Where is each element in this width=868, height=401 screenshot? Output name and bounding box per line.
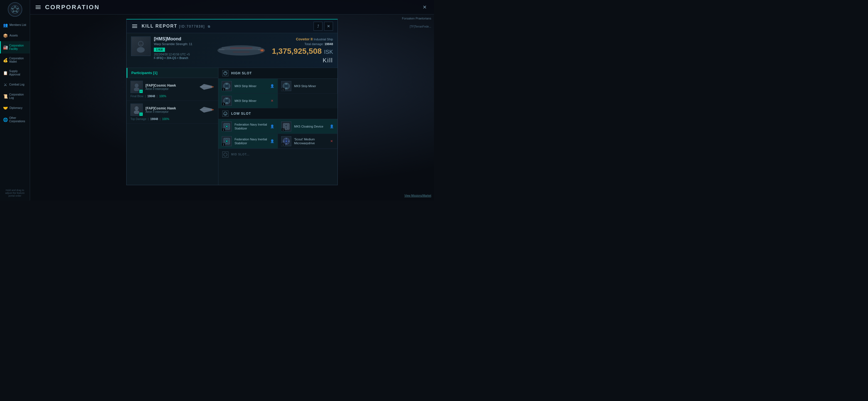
slot-item-hs1[interactable]: 1 MK9 Strip Miner 👤 xyxy=(218,79,278,93)
svg-rect-40 xyxy=(226,103,228,103)
ship-class-type: Industrial Ship xyxy=(313,37,333,41)
participant-stats-2: Top Damage | 19848 | 100% xyxy=(130,117,214,121)
sidebar-label-members: Members List xyxy=(9,23,26,27)
victim-warp-scramble: Warp Scramble Strength: 11 xyxy=(154,42,211,46)
hamburger-menu[interactable] xyxy=(34,4,42,10)
sidebar-label-combat: Combat Log xyxy=(9,83,24,86)
modal-header: KILL REPORT [ID:7077838] ⧉ ⤴ ✕ xyxy=(127,20,338,33)
svg-point-58 xyxy=(224,153,227,156)
participant-ship-1: Atron II Interceptor xyxy=(146,87,195,90)
combat-icon: ⚔ xyxy=(3,82,7,87)
assets-icon: 📦 xyxy=(3,33,8,38)
participant-ship-img-1 xyxy=(197,82,214,92)
slot-item-ls4[interactable]: 1 'Scout' Medium Microwarpdrive ✕ xyxy=(278,134,338,149)
slot-name-ls4: 'Scout' Medium Microwarpdrive xyxy=(294,137,327,145)
slot-name-hs1: MK9 Strip Miner xyxy=(235,84,267,88)
facility-icon: 🏭 xyxy=(3,45,7,50)
participant-ship-img-2 xyxy=(197,105,214,115)
modal-close-button[interactable]: ✕ xyxy=(324,22,333,31)
high-slot-icon xyxy=(222,70,228,76)
victim-avatar-image xyxy=(132,37,150,55)
sidebar-item-diplomacy[interactable]: 🤝 Diplomacy xyxy=(0,103,30,113)
low-slot-label: Low Slot xyxy=(231,112,251,116)
sidebar-item-supply-approval[interactable]: 📋 Supply Approval xyxy=(0,67,30,79)
ship-class: Covetor II Industrial Ship xyxy=(296,37,333,41)
slot-action-ls2[interactable]: 👤 xyxy=(330,124,334,128)
sidebar-label-assets: Assets xyxy=(9,34,18,37)
mid-slot-scroll-hint: Mid Slot... xyxy=(231,153,250,156)
participant-info-2: [FAP]Cosmic Hawk Atron II Interceptor xyxy=(146,106,195,113)
mid-slot-icon xyxy=(222,151,228,157)
participant-name-1: [FAP]Cosmic Hawk xyxy=(146,84,195,87)
participants-header: Participants [1] xyxy=(127,68,218,78)
members-icon: 👥 xyxy=(3,23,8,27)
sidebar-item-corporation-wallet[interactable]: 💰 Corporation Wallet xyxy=(0,54,30,66)
sidebar-item-corporation-log[interactable]: 📜 Corporation Log xyxy=(0,90,30,103)
slot-action-hs3[interactable]: ✕ xyxy=(270,98,274,103)
participant-card-2[interactable]: + [FAP]Cosmic Hawk Atron II Interceptor xyxy=(127,101,218,124)
bottom-hint: Hold and drag to adjust the feature port… xyxy=(0,185,30,200)
more-slots-hint: Mid Slot... xyxy=(218,149,338,160)
slot-item-ls1[interactable]: 1 Federation Navy Inertial Stabilizer 👤 xyxy=(218,119,278,134)
svg-point-3 xyxy=(137,47,145,53)
sidebar-label-corp-log: Corporation Log xyxy=(9,93,28,100)
slot-action-ls1[interactable]: 👤 xyxy=(270,124,274,128)
participant-card-1[interactable]: + [FAP]Cosmic Hawk Atron II Interceptor xyxy=(127,78,218,101)
modal-export-button[interactable]: ⤴ xyxy=(313,22,322,31)
sidebar-item-members-list[interactable]: 👥 Members List xyxy=(0,20,30,30)
slot-item-ls2[interactable]: 1 MK5 Cloaking Device 👤 xyxy=(278,119,338,134)
svg-point-0 xyxy=(11,6,19,13)
svg-point-30 xyxy=(225,84,229,88)
participant-badge-1: + xyxy=(139,89,143,93)
svg-rect-35 xyxy=(285,84,287,84)
svg-marker-1 xyxy=(12,6,18,12)
participant-stats-1: Final Blow | 19848 | 100% xyxy=(130,95,214,98)
slot-name-ls1: Federation Navy Inertial Stabilizer xyxy=(235,122,267,131)
slot-icon-hs2: 1 xyxy=(281,81,291,91)
slot-icon-ls1: 1 xyxy=(222,121,232,132)
other-corp-icon: 🌐 xyxy=(3,117,7,122)
svg-point-34 xyxy=(284,84,288,88)
slot-action-ls4[interactable]: ✕ xyxy=(330,139,334,143)
kill-victim: [HMS]Moond Warp Scramble Strength: 11 1 … xyxy=(131,36,211,64)
victim-avatar xyxy=(131,36,151,56)
stat-pct-2: 100% xyxy=(162,117,169,121)
modal-overlay: KILL REPORT [ID:7077838] ⧉ ⤴ ✕ xyxy=(30,15,434,200)
kill-type: Kill xyxy=(323,57,333,64)
svg-point-50 xyxy=(226,140,227,142)
svg-point-24 xyxy=(137,108,138,109)
topbar-right: ✕ xyxy=(420,2,430,12)
slot-action-ls3[interactable]: 👤 xyxy=(270,139,274,143)
modal-menu-button[interactable] xyxy=(131,23,138,29)
slot-item-hs2[interactable]: 1 MK9 Strip Miner xyxy=(278,79,338,93)
participant-badge-2: + xyxy=(139,112,143,116)
slot-action-hs1[interactable]: 👤 xyxy=(270,84,274,88)
corp-title: CORPORATION xyxy=(45,4,100,11)
svg-marker-25 xyxy=(200,107,212,113)
sidebar-item-other-corporations[interactable]: 🌐 Other Corporations xyxy=(0,114,30,126)
svg-rect-39 xyxy=(226,98,228,99)
slot-qty-ls2: 1 xyxy=(282,128,285,131)
victim-name: [HMS]Moond xyxy=(154,36,211,41)
stat-pct-1: 100% xyxy=(159,95,166,98)
app-close-button[interactable]: ✕ xyxy=(420,2,430,12)
sidebar-item-assets[interactable]: 📦 Assets xyxy=(0,31,30,41)
svg-point-17 xyxy=(134,87,140,91)
mid-slot-hint: Mid Slot... xyxy=(222,151,250,157)
sidebar-item-corporation-facility[interactable]: 🏭 Corporation Facility xyxy=(0,41,30,54)
svg-marker-18 xyxy=(200,84,212,90)
sidebar-item-combat-log[interactable]: ⚔ Combat Log xyxy=(0,80,30,90)
modal-title: KILL REPORT [ID:7077838] ⧉ xyxy=(142,24,211,29)
kill-timestamp: 2022/04/30 12:43:56 UTC +5 xyxy=(154,53,211,56)
slot-qty-ls1: 1 xyxy=(222,128,225,131)
stat-damage-1: 19848 xyxy=(148,95,155,98)
ship-display xyxy=(211,36,272,64)
slot-icon-ls2: 1 xyxy=(281,121,291,132)
isk-label: ISK xyxy=(324,49,333,55)
svg-rect-9 xyxy=(219,49,224,50)
slot-qty-hs2: 1 xyxy=(282,88,285,91)
low-slot-header: Low Slot xyxy=(218,108,338,119)
stat-label-2: Top Damage xyxy=(130,117,146,121)
slot-item-hs3[interactable]: 1 MK9 Strip Miner ✕ xyxy=(218,93,278,108)
slot-item-ls3[interactable]: 1 Federation Navy Inertial Stabilizer 👤 xyxy=(218,134,278,149)
